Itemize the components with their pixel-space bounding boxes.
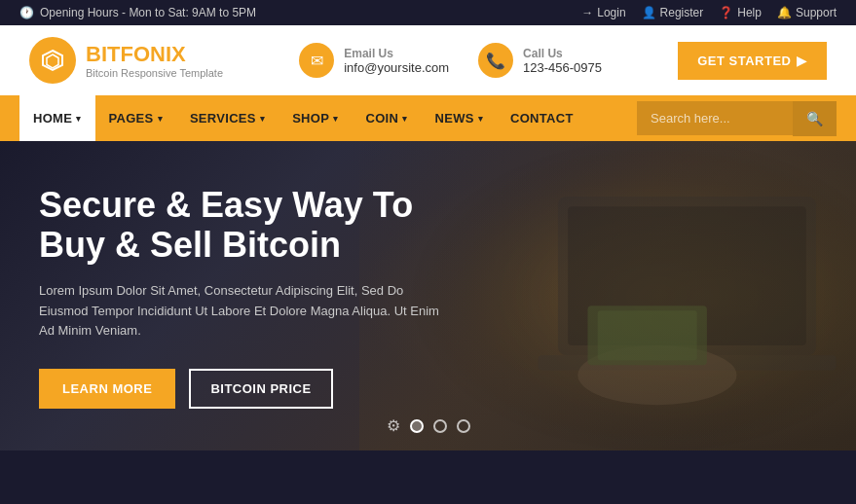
nav-items: HOME ▾ PAGES ▾ SERVICES ▾ SHOP ▾ COIN ▾ … — [19, 95, 587, 141]
home-arrow-icon: ▾ — [76, 114, 81, 124]
nav-item-shop[interactable]: SHOP ▾ — [279, 95, 352, 141]
phone-info: Call Us 123-456-0975 — [523, 47, 602, 75]
header-contacts: ✉ Email Us info@yoursite.com 📞 Call Us 1… — [299, 43, 602, 78]
register-icon: 👤 — [642, 6, 656, 19]
help-link[interactable]: ❓ Help — [719, 6, 762, 19]
clock-icon: 🕐 — [19, 6, 34, 19]
slider-dots: ⚙ — [387, 416, 470, 435]
login-icon: → — [581, 6, 593, 19]
get-started-button[interactable]: GET STARTED ▶ — [678, 42, 827, 80]
nav-item-contact[interactable]: CONTACT — [497, 95, 587, 141]
shop-arrow-icon: ▾ — [333, 114, 338, 124]
header: BITFONIX Bitcoin Responsive Template ✉ E… — [0, 25, 856, 95]
hero-description: Lorem Ipsum Dolor Sit Amet, Consectetur … — [39, 281, 448, 342]
top-bar-right: → Login 👤 Register ❓ Help 🔔 Support — [581, 6, 837, 19]
search-button[interactable]: 🔍 — [793, 101, 837, 136]
support-icon: 🔔 — [777, 6, 792, 19]
logo-icon — [29, 37, 76, 84]
login-link[interactable]: → Login — [581, 6, 625, 19]
svg-rect-6 — [598, 310, 697, 360]
top-bar: 🕐 Opening Hours - Mon to Sat: 9AM to 5PM… — [0, 0, 856, 25]
support-link[interactable]: 🔔 Support — [777, 6, 837, 19]
slider-dot-3[interactable] — [457, 419, 470, 433]
email-contact: ✉ Email Us info@yoursite.com — [299, 43, 449, 78]
logo-brand: BITFONIX — [86, 42, 223, 67]
email-icon: ✉ — [299, 43, 334, 78]
slider-dot-1[interactable] — [410, 419, 424, 433]
slider-dot-2[interactable] — [433, 419, 447, 433]
opening-hours: Opening Hours - Mon to Sat: 9AM to 5PM — [40, 6, 256, 19]
phone-icon: 📞 — [478, 43, 513, 78]
logo-area: BITFONIX Bitcoin Responsive Template — [29, 37, 223, 84]
email-info: Email Us info@yoursite.com — [344, 47, 449, 75]
hero-title: Secure & Easy Way ToBuy & Sell Bitcoin — [39, 185, 448, 266]
arrow-right-icon: ▶ — [797, 54, 807, 68]
nav-item-coin[interactable]: COIN ▾ — [352, 95, 421, 141]
nav-item-pages[interactable]: PAGES ▾ — [95, 95, 176, 141]
hero-section: Secure & Easy Way ToBuy & Sell Bitcoin L… — [0, 141, 856, 450]
hero-buttons: LEARN MORE BITCOIN PRICE — [39, 369, 448, 409]
nav-item-services[interactable]: SERVICES ▾ — [176, 95, 279, 141]
search-icon: 🔍 — [806, 111, 823, 126]
search-input[interactable] — [637, 101, 793, 135]
register-link[interactable]: 👤 Register — [642, 6, 704, 19]
bitcoin-price-button[interactable]: BITCOIN PRICE — [189, 369, 332, 409]
top-bar-left: 🕐 Opening Hours - Mon to Sat: 9AM to 5PM — [19, 6, 256, 19]
logo-subtitle: Bitcoin Responsive Template — [86, 67, 223, 79]
settings-icon[interactable]: ⚙ — [387, 416, 400, 435]
logo-text: BITFONIX Bitcoin Responsive Template — [86, 42, 223, 79]
nav-item-home[interactable]: HOME ▾ — [19, 95, 95, 141]
services-arrow-icon: ▾ — [260, 114, 265, 124]
navbar: HOME ▾ PAGES ▾ SERVICES ▾ SHOP ▾ COIN ▾ … — [0, 95, 856, 141]
phone-contact: 📞 Call Us 123-456-0975 — [478, 43, 602, 78]
help-icon: ❓ — [719, 6, 733, 19]
hero-content: Secure & Easy Way ToBuy & Sell Bitcoin L… — [0, 141, 487, 438]
news-arrow-icon: ▾ — [478, 114, 483, 124]
nav-item-news[interactable]: NEWS ▾ — [422, 95, 498, 141]
pages-arrow-icon: ▾ — [158, 114, 163, 124]
learn-more-button[interactable]: LEARN MORE — [39, 369, 175, 409]
nav-search: 🔍 — [637, 101, 837, 136]
coin-arrow-icon: ▾ — [402, 114, 407, 124]
